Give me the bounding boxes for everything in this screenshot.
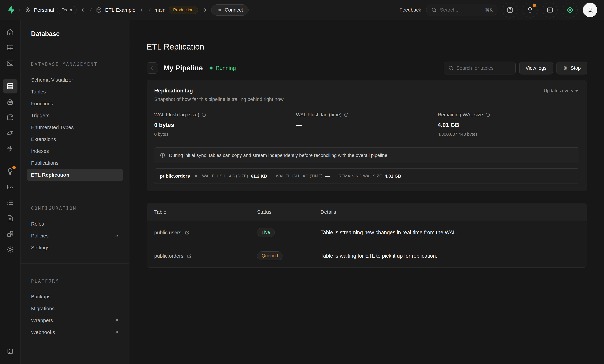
sidebar-item-settings[interactable]: Settings xyxy=(27,242,123,254)
org-switcher[interactable]: Personal Team xyxy=(25,6,77,14)
advisors-notification-dot xyxy=(13,166,16,169)
info-icon[interactable] xyxy=(485,113,490,117)
feedback-button[interactable]: Feedback xyxy=(400,7,421,13)
table-search[interactable] xyxy=(444,62,516,75)
table-editor-icon[interactable] xyxy=(3,40,17,55)
database-icon[interactable] xyxy=(3,79,17,93)
column-status: Status xyxy=(257,209,320,215)
search-icon xyxy=(448,65,454,71)
org-name[interactable]: Personal xyxy=(34,7,54,13)
project-switcher[interactable]: ETL Example xyxy=(96,7,136,13)
chevron-updown-icon[interactable] xyxy=(140,7,145,13)
sidebar-item-etl-replication[interactable]: ETL Replication xyxy=(27,169,123,181)
branch-name[interactable]: main xyxy=(155,7,166,13)
branch-switcher[interactable]: main Production xyxy=(155,6,198,14)
section-platform: PLATFORM Backups Migrations Wrappers Web… xyxy=(21,264,129,348)
pipeline-header: My Pipeline Running View logs Stop xyxy=(147,62,587,75)
chevron-updown-icon[interactable] xyxy=(81,7,86,13)
sidebar-item-publications[interactable]: Publications xyxy=(27,157,123,169)
reports-icon[interactable] xyxy=(3,180,17,194)
sidebar-item-migrations[interactable]: Migrations xyxy=(27,303,123,314)
section-configuration: CONFIGURATION Roles Policies Settings xyxy=(21,191,129,264)
sidebar-item-tables[interactable]: Tables xyxy=(27,86,123,98)
supabase-logo-icon[interactable] xyxy=(6,6,15,14)
connect-button-label: Connect xyxy=(225,7,243,13)
environment-badge: Production xyxy=(169,6,198,14)
authentication-icon[interactable] xyxy=(3,94,17,109)
whats-new-button[interactable] xyxy=(523,2,538,17)
page-title: ETL Replication xyxy=(147,42,587,51)
sidebar-title: Database xyxy=(21,20,129,47)
assistant-button[interactable] xyxy=(563,2,578,17)
external-arrow-icon xyxy=(114,330,119,335)
table-details: Table is streaming new changes in real t… xyxy=(320,229,579,236)
replication-lag-card: Replication lag Snapshot of how far this… xyxy=(147,80,587,191)
settings-icon[interactable] xyxy=(3,242,17,257)
storage-icon[interactable] xyxy=(3,110,17,125)
home-icon[interactable] xyxy=(3,25,17,39)
sidebar-item-enumerated-types[interactable]: Enumerated Types xyxy=(27,121,123,133)
user-avatar[interactable] xyxy=(583,2,598,17)
banner-text: During initial sync, tables can copy and… xyxy=(169,153,389,158)
sidebar-item-schema-visualizer[interactable]: Schema Visualizer xyxy=(27,74,123,86)
sidebar-item-policies[interactable]: Policies xyxy=(27,230,123,242)
integrations-icon[interactable] xyxy=(3,226,17,241)
lag-metrics: WAL Flush lag (size) 0 bytes 0 bytes WAL… xyxy=(154,112,579,137)
info-icon[interactable] xyxy=(201,113,206,117)
column-details: Details xyxy=(320,209,579,215)
sidebar-item-functions[interactable]: Functions xyxy=(27,98,123,110)
section-tools: TOOLS Security Advisor xyxy=(21,348,129,364)
back-button[interactable] xyxy=(147,63,158,74)
breadcrumb: / Personal Team / ETL Example / main Pro… xyxy=(6,4,249,16)
stop-button[interactable]: Stop xyxy=(556,62,587,75)
column-table: Table xyxy=(154,209,257,215)
command-menu-button[interactable] xyxy=(542,2,557,17)
section-label: PLATFORM xyxy=(31,278,119,284)
external-arrow-icon xyxy=(114,318,119,323)
breadcrumb-separator: / xyxy=(18,6,21,13)
topbar-actions: Feedback ⌘K xyxy=(400,2,598,17)
api-docs-icon[interactable] xyxy=(3,211,17,226)
sidebar-item-backups[interactable]: Backups xyxy=(27,291,123,303)
table-row: public.users Live Table is streaming new… xyxy=(147,221,587,244)
global-search[interactable]: ⌘K xyxy=(426,4,497,16)
table-lag-row: public.orders WAL FLUSH LAG (SIZE) 61.2 … xyxy=(154,168,579,184)
sidebar-item-wrappers[interactable]: Wrappers xyxy=(27,314,123,326)
section-label: TOOLS xyxy=(31,363,119,364)
help-button[interactable] xyxy=(503,2,517,17)
pipeline-status: Running xyxy=(210,65,236,71)
chevron-updown-icon[interactable] xyxy=(202,7,207,13)
metric-wal-flush-lag-time: WAL Flush lag (time) — xyxy=(296,112,438,137)
advisors-icon[interactable] xyxy=(3,164,17,179)
sql-editor-icon[interactable] xyxy=(3,56,17,71)
sidebar-item-webhooks[interactable]: Webhooks xyxy=(27,326,123,338)
realtime-icon[interactable] xyxy=(3,141,17,156)
database-sidebar: Database DATABASE MANAGEMENT Schema Visu… xyxy=(21,20,129,364)
external-link-icon[interactable] xyxy=(185,230,190,235)
sidebar-item-roles[interactable]: Roles xyxy=(27,218,123,230)
logs-icon[interactable] xyxy=(3,195,17,210)
sidebar-item-triggers[interactable]: Triggers xyxy=(27,110,123,121)
table-search-input[interactable] xyxy=(456,65,511,71)
view-logs-button[interactable]: View logs xyxy=(519,62,553,75)
pause-icon xyxy=(563,66,567,70)
search-icon xyxy=(431,7,437,13)
global-search-input[interactable] xyxy=(440,7,482,13)
sidebar-item-extensions[interactable]: Extensions xyxy=(27,133,123,145)
org-plan-badge: Team xyxy=(57,6,76,14)
external-link-icon[interactable] xyxy=(187,253,192,259)
mini-metric-size: WAL FLUSH LAG (SIZE) 61.2 KB xyxy=(202,174,267,179)
info-icon[interactable] xyxy=(344,113,349,117)
main-content: ETL Replication My Pipeline Running View… xyxy=(130,20,604,364)
edge-functions-icon[interactable] xyxy=(3,126,17,140)
stop-label: Stop xyxy=(571,65,581,71)
project-name[interactable]: ETL Example xyxy=(105,7,136,13)
sidebar-item-indexes[interactable]: Indexes xyxy=(27,145,123,157)
plug-icon xyxy=(217,7,222,13)
view-logs-label: View logs xyxy=(526,65,547,71)
package-project-icon xyxy=(96,7,102,13)
connect-button[interactable]: Connect xyxy=(211,4,249,16)
mini-metric-remaining: REMAINING WAL SIZE 4.01 GB xyxy=(339,174,401,179)
table-row: public.orders Queued Table is waiting fo… xyxy=(147,244,587,267)
collapse-sidebar-icon[interactable] xyxy=(3,344,17,359)
